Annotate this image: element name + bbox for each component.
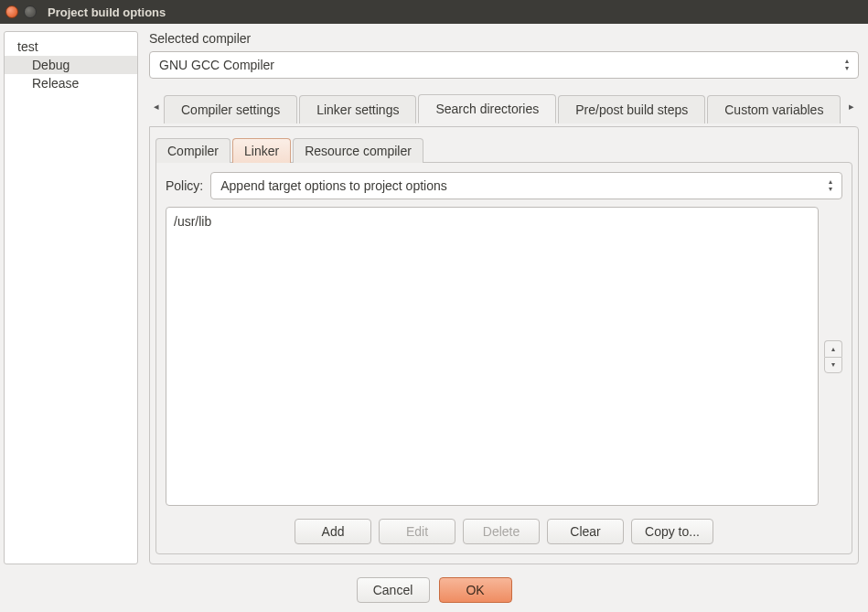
compiler-dropdown[interactable]: GNU GCC Compiler ▴▾ bbox=[149, 51, 859, 79]
list-reorder-buttons: ▴ ▾ bbox=[824, 207, 842, 506]
tab-pre-post-build[interactable]: Pre/post build steps bbox=[558, 95, 705, 123]
tree-item-root[interactable]: test bbox=[5, 38, 137, 56]
directory-list-wrap: /usr/lib ▴ ▾ bbox=[166, 207, 842, 506]
tab-scroll-left-icon[interactable]: ◂ bbox=[149, 90, 164, 123]
tree-item-release[interactable]: Release bbox=[5, 74, 137, 92]
move-up-button[interactable]: ▴ bbox=[824, 340, 842, 357]
main-tab-row: ◂ Compiler settings Linker settings Sear… bbox=[149, 90, 859, 123]
tree-item-debug[interactable]: Debug bbox=[5, 56, 137, 74]
tab-compiler-settings[interactable]: Compiler settings bbox=[164, 95, 297, 123]
selected-compiler-label: Selected compiler bbox=[149, 31, 859, 46]
add-button[interactable]: Add bbox=[295, 519, 371, 544]
dialog-footer: Cancel OK bbox=[0, 568, 868, 612]
clear-button[interactable]: Clear bbox=[547, 519, 624, 544]
policy-dropdown[interactable]: Append target options to project options… bbox=[210, 172, 842, 199]
directory-list[interactable]: /usr/lib bbox=[166, 207, 819, 506]
main-tabs: Compiler settings Linker settings Search… bbox=[164, 93, 844, 123]
sub-tab-row: Compiler Linker Resource compiler bbox=[155, 133, 852, 162]
minimize-icon[interactable] bbox=[24, 5, 37, 18]
delete-button[interactable]: Delete bbox=[463, 519, 540, 544]
policy-row: Policy: Append target options to project… bbox=[166, 172, 842, 199]
titlebar: Project build options bbox=[0, 0, 868, 24]
subtab-compiler[interactable]: Compiler bbox=[155, 138, 230, 163]
tab-linker-settings[interactable]: Linker settings bbox=[299, 95, 416, 123]
list-button-row: Add Edit Delete Clear Copy to... bbox=[166, 519, 842, 544]
tab-search-directories[interactable]: Search directories bbox=[418, 94, 556, 123]
edit-button[interactable]: Edit bbox=[379, 519, 455, 544]
close-icon[interactable] bbox=[5, 5, 18, 18]
copy-to-button[interactable]: Copy to... bbox=[631, 519, 713, 544]
subtab-linker[interactable]: Linker bbox=[232, 138, 291, 163]
tree-panel: test Debug Release bbox=[0, 24, 142, 568]
policy-label: Policy: bbox=[166, 178, 203, 193]
chevron-down-icon: ▾ bbox=[831, 360, 835, 369]
sub-panel: Policy: Append target options to project… bbox=[155, 162, 852, 554]
window-title: Project build options bbox=[48, 5, 166, 19]
policy-dropdown-value: Append target options to project options bbox=[220, 178, 823, 193]
dropdown-spinner-icon: ▴▾ bbox=[823, 178, 838, 193]
chevron-up-icon: ▴ bbox=[831, 345, 835, 353]
dropdown-spinner-icon: ▴▾ bbox=[840, 58, 854, 72]
ok-button[interactable]: OK bbox=[439, 577, 512, 603]
move-down-button[interactable]: ▾ bbox=[824, 357, 842, 373]
tab-custom-variables[interactable]: Custom variables bbox=[707, 95, 841, 123]
right-panel: Selected compiler GNU GCC Compiler ▴▾ ◂ … bbox=[142, 24, 868, 568]
cancel-button[interactable]: Cancel bbox=[357, 577, 430, 603]
compiler-dropdown-value: GNU GCC Compiler bbox=[159, 58, 840, 72]
target-tree[interactable]: test Debug Release bbox=[4, 31, 138, 564]
list-item[interactable]: /usr/lib bbox=[174, 213, 810, 230]
subtab-resource-compiler[interactable]: Resource compiler bbox=[293, 138, 423, 163]
main-tab-panel: Compiler Linker Resource compiler Policy… bbox=[149, 126, 859, 564]
main-content: test Debug Release Selected compiler GNU… bbox=[0, 24, 868, 568]
tab-scroll-right-icon[interactable]: ▸ bbox=[844, 90, 859, 123]
